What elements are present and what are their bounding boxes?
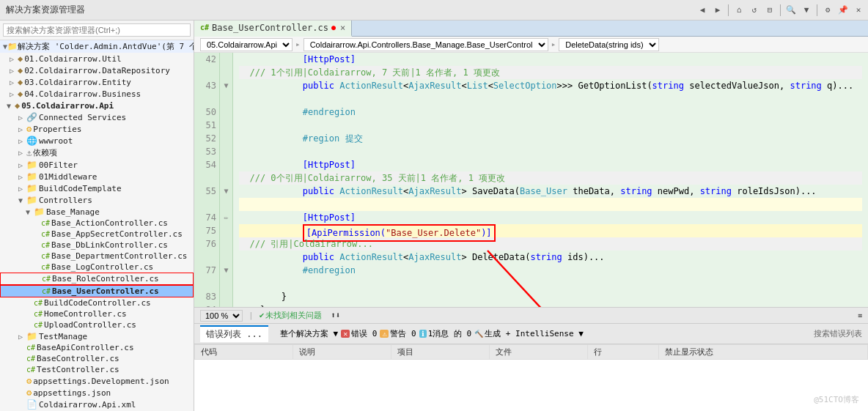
- code-line-53: [239, 145, 862, 158]
- toolbar-search-btn[interactable]: 🔍: [784, 4, 798, 17]
- code-line-75: [HttpPost]: [239, 211, 862, 224]
- toolbar-back-btn[interactable]: ◀: [696, 4, 709, 17]
- sidebar-item-testmanage[interactable]: ▷ 📁 TestManage: [0, 330, 194, 342]
- sidebar-item-connected[interactable]: ▷ 🔗 Connected Services: [0, 111, 194, 123]
- tab-modified-dot: ●: [331, 23, 336, 32]
- label-appsecret: Base_AppSecretController.cs: [51, 229, 183, 239]
- breadcrumb-sep1: ▸: [295, 40, 301, 49]
- error-panel: 错误列表 ... 整个解决方案 ▼ ✕ 错误 0 ⚠ 警告 0 ℹ: [194, 323, 868, 411]
- tab-user-controller[interactable]: c# Base_UserController.cs ● ×: [194, 21, 352, 37]
- breadcrumb-class-select[interactable]: Coldairarrow.Api.Controllers.Base_Manage…: [304, 38, 548, 51]
- sidebar-item-wwwroot[interactable]: ▷ 🌐 wwwroot: [0, 135, 194, 147]
- sidebar-item-api[interactable]: ▼ ◆ 05.Coldairarrow.Api: [0, 100, 194, 111]
- tab-close-button[interactable]: ×: [340, 23, 345, 33]
- solution-root[interactable]: ▼ 📁 解决方案 'Colder.Admin.AntdVue'(第 7 个项目): [0, 40, 194, 53]
- sidebar-item-coldairarrow-xml[interactable]: 📄 Coldairarrow.Api.xml: [0, 399, 194, 410]
- kw-string-43b: string: [790, 81, 821, 91]
- sidebar-item-repo[interactable]: ▷ ◆ 02.Coldairarrow.DataRepository: [0, 64, 194, 76]
- toolbar-sep2: [780, 4, 781, 16]
- zoom-select[interactable]: 100 %: [200, 310, 243, 322]
- sidebar-item-action[interactable]: c# Base_ActionController.cs: [0, 218, 194, 229]
- sidebar-item-baseapi[interactable]: c# BaseApiController.cs: [0, 342, 194, 353]
- breadcrumb-project-select[interactable]: 05.Coldairarrow.Api: [200, 38, 293, 51]
- status-nav-btn[interactable]: ⬆⬇: [331, 311, 340, 320]
- type-ajax-43: AjaxResult: [408, 81, 461, 91]
- toolbar-filter-btn[interactable]: ▼: [800, 4, 813, 17]
- code-comment-55: /// 0个引用|Coldairarrow, 35 天前|1 名作者, 1 项更…: [239, 171, 862, 185]
- status-sep1: |: [249, 311, 254, 320]
- toolbar-pin-btn[interactable]: 📌: [836, 4, 850, 17]
- warning-count-badge[interactable]: ⚠ 警告 0: [380, 328, 416, 339]
- toolbar-settings-btn[interactable]: ⚙: [821, 4, 834, 17]
- type-actionresult-77: ActionResult: [339, 252, 403, 262]
- sidebar-item-home[interactable]: c# HomeController.cs: [0, 308, 194, 319]
- sidebar-item-base-manage[interactable]: ▼ 📁 Base_Manage: [0, 206, 194, 218]
- label-dblink: Base_DbLinkController.cs: [51, 240, 168, 250]
- col-file[interactable]: 文件: [490, 345, 588, 360]
- col-line[interactable]: 行: [588, 345, 658, 360]
- build-filter[interactable]: 生成 + IntelliSense ▼: [485, 328, 584, 339]
- info-count-badge[interactable]: ℹ 1消息 的 0: [419, 328, 472, 339]
- label-base-manage: Base_Manage: [46, 207, 100, 217]
- status-scrollbar-btn[interactable]: ≡: [858, 311, 862, 319]
- col-project[interactable]: 项目: [391, 345, 490, 360]
- sidebar-item-buildcode[interactable]: ▷ 📁 BuildCodeTemplate: [0, 182, 194, 194]
- error-panel-title[interactable]: 错误列表 ...: [200, 325, 268, 342]
- code-editor[interactable]: 42 43 50 51 52 53 54 55 74 75 76 77: [194, 53, 868, 307]
- col-suppress[interactable]: 禁止显示状态: [658, 345, 867, 360]
- expand-filter: ▷: [15, 161, 26, 169]
- sidebar-item-dblink[interactable]: c# Base_DbLinkController.cs: [0, 240, 194, 251]
- error-count-badge[interactable]: ✕ 错误 0: [341, 328, 377, 339]
- sidebar-item-dept[interactable]: c# Base_DepartmentController.cs: [0, 251, 194, 262]
- type-baseuser-55: Base_User: [520, 186, 567, 196]
- sidebar-item-user[interactable]: c# Base_UserController.cs: [0, 285, 194, 297]
- toolbar-forward-btn[interactable]: ▶: [711, 4, 724, 17]
- icon-controllers: 📁: [26, 195, 37, 205]
- sidebar-item-appsettings-dev[interactable]: ⚙ appsettings.Development.json: [0, 375, 194, 387]
- status-right-buttons: ≡: [858, 311, 862, 319]
- type-actionresult-43: ActionResult: [339, 81, 403, 91]
- sidebar-item-filter[interactable]: ▷ 📁 00Filter: [0, 159, 194, 171]
- toolbar-refresh-btn[interactable]: ↺: [748, 4, 761, 17]
- sidebar-item-util[interactable]: ▷ ◆ 01.Coldairarrow.Util: [0, 53, 194, 64]
- sidebar-item-appsecret[interactable]: c# Base_AppSecretController.cs: [0, 229, 194, 240]
- sidebar-item-middleware[interactable]: ▷ 📁 01Middleware: [0, 171, 194, 182]
- toolbar-collapse-btn[interactable]: ⊟: [763, 4, 776, 17]
- icon-buildcode2: c#: [34, 299, 43, 307]
- search-input[interactable]: [3, 23, 191, 37]
- type-list-43: List: [467, 81, 488, 91]
- sidebar-item-basecontroller[interactable]: c# BaseController.cs: [0, 353, 194, 364]
- label-connected: Connected Services: [39, 113, 126, 122]
- toolbar-title: 解决方案资源管理器: [3, 4, 88, 16]
- toolbar-sep1: [728, 4, 729, 16]
- sidebar-item-testcontroller[interactable]: c# TestController.cs: [0, 364, 194, 375]
- kw-string-55b: string: [700, 186, 732, 196]
- sidebar-item-appsettings[interactable]: ⚙ appsettings.json: [0, 387, 194, 399]
- label-deps: 依赖项: [33, 147, 57, 158]
- col-desc[interactable]: 说明: [293, 345, 391, 360]
- breadcrumb-bar: 05.Coldairarrow.Api ▸ Coldairarrow.Api.C…: [194, 37, 868, 53]
- sidebar-item-log[interactable]: c# Base_LogController.cs: [0, 262, 194, 273]
- toolbar-home-btn[interactable]: ⌂: [732, 4, 746, 17]
- error-table: 代码 说明 项目 文件 行 禁止显示状态: [194, 344, 868, 360]
- kw-string-55a: string: [620, 186, 652, 196]
- attr-httppost-54: [HttpPost]: [303, 160, 356, 170]
- code-line-50: #endregion: [239, 105, 862, 119]
- build-icon: 🔨: [474, 330, 483, 338]
- sidebar-item-business[interactable]: ▷ ◆ 04.Coldairarrow.Business: [0, 88, 194, 100]
- sidebar-item-upload[interactable]: c# UploadController.cs: [0, 319, 194, 330]
- sidebar-item-buildcode2[interactable]: c# BuildCodeController.cs: [0, 297, 194, 308]
- kw-endregion-50: #endregion: [303, 107, 356, 117]
- solution-label: 解决方案 'Colder.Admin.AntdVue'(第 7 个项目): [18, 41, 194, 52]
- sidebar-item-entity[interactable]: ▷ ◆ 03.Coldairarrow.Entity: [0, 76, 194, 88]
- solution-filter[interactable]: 整个解决方案 ▼: [280, 328, 338, 339]
- sidebar-item-controllers[interactable]: ▼ 📁 Controllers: [0, 194, 194, 206]
- sidebar-item-role[interactable]: c# Base_RoleController.cs: [0, 273, 194, 285]
- breadcrumb-member-select[interactable]: DeleteData(string ids): [559, 38, 659, 51]
- toolbar-close-btn[interactable]: ✕: [852, 4, 865, 17]
- col-code[interactable]: 代码: [195, 345, 293, 360]
- sidebar-item-deps[interactable]: ▷ ⚓ 依赖项: [0, 147, 194, 159]
- code-line-83: #endregion: [239, 264, 862, 277]
- sidebar-item-properties[interactable]: ▷ ⚙ Properties: [0, 123, 194, 135]
- code-content[interactable]: [HttpPost] /// 1个引用|Coldairarrow, 7 天前|1…: [233, 53, 868, 307]
